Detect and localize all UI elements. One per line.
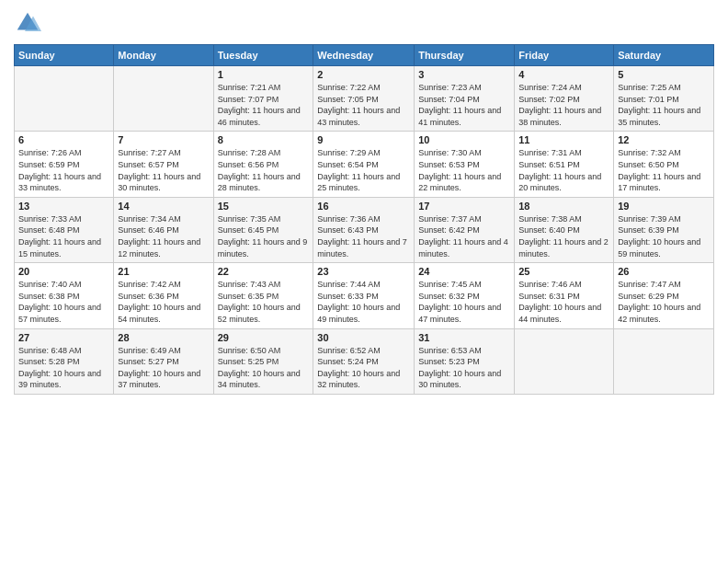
calendar-cell [614,328,714,394]
weekday-header: Sunday [15,45,114,66]
calendar-cell: 2Sunrise: 7:22 AM Sunset: 7:05 PM Daylig… [313,66,415,132]
calendar-cell: 11Sunrise: 7:31 AM Sunset: 6:51 PM Dayli… [515,132,614,197]
day-number: 31 [418,332,510,343]
day-number: 28 [118,332,209,343]
day-number: 4 [518,69,609,80]
day-number: 19 [618,201,710,212]
day-number: 27 [18,332,109,343]
weekday-header: Wednesday [313,45,415,66]
calendar-cell: 16Sunrise: 7:36 AM Sunset: 6:43 PM Dayli… [313,197,415,262]
day-info: Sunrise: 7:35 AM Sunset: 6:45 PM Dayligh… [218,213,310,259]
calendar-cell: 4Sunrise: 7:24 AM Sunset: 7:02 PM Daylig… [515,66,614,132]
day-number: 3 [418,69,510,80]
calendar-week-row: 20Sunrise: 7:40 AM Sunset: 6:38 PM Dayli… [15,263,714,328]
calendar-cell: 19Sunrise: 7:39 AM Sunset: 6:39 PM Dayli… [614,197,714,262]
day-number: 12 [618,134,710,145]
day-info: Sunrise: 7:22 AM Sunset: 7:05 PM Dayligh… [317,82,410,128]
day-number: 8 [218,134,310,145]
day-number: 6 [18,134,109,145]
calendar-cell: 22Sunrise: 7:43 AM Sunset: 6:35 PM Dayli… [213,263,313,328]
day-info: Sunrise: 7:28 AM Sunset: 6:56 PM Dayligh… [218,147,310,193]
day-number: 30 [317,332,410,343]
calendar-cell: 27Sunrise: 6:48 AM Sunset: 5:28 PM Dayli… [15,328,114,394]
calendar-cell: 28Sunrise: 6:49 AM Sunset: 5:27 PM Dayli… [114,328,213,394]
day-number: 16 [317,201,410,212]
day-info: Sunrise: 7:34 AM Sunset: 6:46 PM Dayligh… [118,213,209,259]
calendar-cell: 17Sunrise: 7:37 AM Sunset: 6:42 PM Dayli… [415,197,515,262]
day-number: 17 [418,201,510,212]
calendar-week-row: 1Sunrise: 7:21 AM Sunset: 7:07 PM Daylig… [15,66,714,132]
calendar-cell: 12Sunrise: 7:32 AM Sunset: 6:50 PM Dayli… [614,132,714,197]
calendar-cell [515,328,614,394]
calendar-cell: 18Sunrise: 7:38 AM Sunset: 6:40 PM Dayli… [515,197,614,262]
day-info: Sunrise: 6:49 AM Sunset: 5:27 PM Dayligh… [118,345,209,391]
calendar-cell: 25Sunrise: 7:46 AM Sunset: 6:31 PM Dayli… [515,263,614,328]
day-number: 10 [418,134,510,145]
calendar-cell: 1Sunrise: 7:21 AM Sunset: 7:07 PM Daylig… [213,66,313,132]
calendar-cell: 5Sunrise: 7:25 AM Sunset: 7:01 PM Daylig… [614,66,714,132]
day-info: Sunrise: 7:38 AM Sunset: 6:40 PM Dayligh… [518,213,609,259]
day-info: Sunrise: 7:25 AM Sunset: 7:01 PM Dayligh… [618,82,710,128]
day-number: 21 [118,266,209,277]
day-info: Sunrise: 7:44 AM Sunset: 6:33 PM Dayligh… [317,279,410,325]
day-info: Sunrise: 7:40 AM Sunset: 6:38 PM Dayligh… [18,279,109,325]
day-info: Sunrise: 7:26 AM Sunset: 6:59 PM Dayligh… [18,147,109,193]
day-info: Sunrise: 6:50 AM Sunset: 5:25 PM Dayligh… [218,345,310,391]
logo-icon [14,9,41,37]
logo [14,9,45,37]
calendar-cell: 3Sunrise: 7:23 AM Sunset: 7:04 PM Daylig… [415,66,515,132]
day-number: 1 [218,69,310,80]
calendar-week-row: 13Sunrise: 7:33 AM Sunset: 6:48 PM Dayli… [15,197,714,262]
day-info: Sunrise: 7:46 AM Sunset: 6:31 PM Dayligh… [518,279,609,325]
calendar-cell: 15Sunrise: 7:35 AM Sunset: 6:45 PM Dayli… [213,197,313,262]
calendar-cell: 23Sunrise: 7:44 AM Sunset: 6:33 PM Dayli… [313,263,415,328]
calendar-cell [114,66,213,132]
day-number: 25 [518,266,609,277]
weekday-header: Tuesday [213,45,313,66]
day-info: Sunrise: 7:42 AM Sunset: 6:36 PM Dayligh… [118,279,209,325]
day-number: 23 [317,266,410,277]
day-info: Sunrise: 7:39 AM Sunset: 6:39 PM Dayligh… [618,213,710,259]
day-info: Sunrise: 7:33 AM Sunset: 6:48 PM Dayligh… [18,213,109,259]
day-info: Sunrise: 7:27 AM Sunset: 6:57 PM Dayligh… [118,147,209,193]
calendar-cell: 20Sunrise: 7:40 AM Sunset: 6:38 PM Dayli… [15,263,114,328]
day-number: 26 [618,266,710,277]
day-info: Sunrise: 6:53 AM Sunset: 5:23 PM Dayligh… [418,345,510,391]
day-number: 29 [218,332,310,343]
calendar-cell [15,66,114,132]
calendar-cell: 26Sunrise: 7:47 AM Sunset: 6:29 PM Dayli… [614,263,714,328]
calendar-cell: 10Sunrise: 7:30 AM Sunset: 6:53 PM Dayli… [415,132,515,197]
page: SundayMondayTuesdayWednesdayThursdayFrid… [0,0,728,563]
calendar-week-row: 27Sunrise: 6:48 AM Sunset: 5:28 PM Dayli… [15,328,714,394]
calendar-cell: 30Sunrise: 6:52 AM Sunset: 5:24 PM Dayli… [313,328,415,394]
weekday-header: Monday [114,45,213,66]
day-number: 18 [518,201,609,212]
day-info: Sunrise: 7:37 AM Sunset: 6:42 PM Dayligh… [418,213,510,259]
calendar-table: SundayMondayTuesdayWednesdayThursdayFrid… [14,44,714,395]
day-info: Sunrise: 7:43 AM Sunset: 6:35 PM Dayligh… [218,279,310,325]
calendar-cell: 13Sunrise: 7:33 AM Sunset: 6:48 PM Dayli… [15,197,114,262]
day-number: 20 [18,266,109,277]
calendar-cell: 24Sunrise: 7:45 AM Sunset: 6:32 PM Dayli… [415,263,515,328]
day-info: Sunrise: 7:32 AM Sunset: 6:50 PM Dayligh… [618,147,710,193]
day-info: Sunrise: 7:31 AM Sunset: 6:51 PM Dayligh… [518,147,609,193]
day-number: 2 [317,69,410,80]
header [14,9,714,37]
day-number: 13 [18,201,109,212]
calendar-cell: 29Sunrise: 6:50 AM Sunset: 5:25 PM Dayli… [213,328,313,394]
weekday-header: Friday [515,45,614,66]
calendar-cell: 8Sunrise: 7:28 AM Sunset: 6:56 PM Daylig… [213,132,313,197]
day-info: Sunrise: 7:21 AM Sunset: 7:07 PM Dayligh… [218,82,310,128]
day-info: Sunrise: 7:47 AM Sunset: 6:29 PM Dayligh… [618,279,710,325]
day-info: Sunrise: 7:23 AM Sunset: 7:04 PM Dayligh… [418,82,510,128]
calendar-cell: 21Sunrise: 7:42 AM Sunset: 6:36 PM Dayli… [114,263,213,328]
calendar-cell: 7Sunrise: 7:27 AM Sunset: 6:57 PM Daylig… [114,132,213,197]
day-number: 15 [218,201,310,212]
day-info: Sunrise: 6:52 AM Sunset: 5:24 PM Dayligh… [317,345,410,391]
day-info: Sunrise: 7:29 AM Sunset: 6:54 PM Dayligh… [317,147,410,193]
calendar-cell: 9Sunrise: 7:29 AM Sunset: 6:54 PM Daylig… [313,132,415,197]
day-number: 9 [317,134,410,145]
calendar-cell: 6Sunrise: 7:26 AM Sunset: 6:59 PM Daylig… [15,132,114,197]
day-number: 14 [118,201,209,212]
calendar-header-row: SundayMondayTuesdayWednesdayThursdayFrid… [15,45,714,66]
